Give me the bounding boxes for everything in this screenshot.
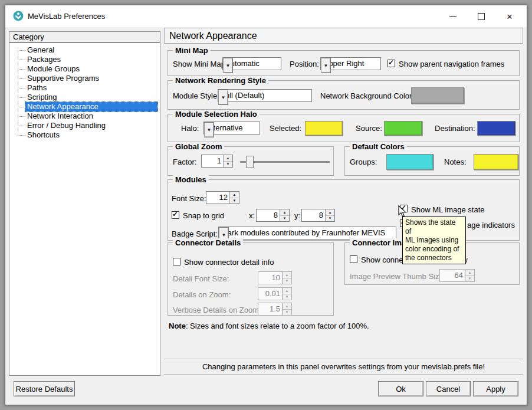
badge-script-select[interactable]: Mark modules contributed by Fraunhofer M…: [218, 227, 396, 240]
parent-navigation-frames-checkbox[interactable]: [387, 60, 395, 67]
notes-color-swatch[interactable]: [474, 154, 518, 170]
spin-down-icon: [283, 310, 291, 316]
sidebar-item-general[interactable]: General: [9, 45, 160, 55]
spin-up-icon: [465, 270, 474, 276]
apply-button[interactable]: Apply: [473, 381, 518, 396]
network-rendering-style-group-title: Network Rendering Style: [173, 76, 268, 85]
sidebar-item-packages[interactable]: Packages: [9, 55, 160, 64]
position-select[interactable]: Upper Right: [320, 57, 381, 70]
titlebar[interactable]: MeVisLab Preferences: [5, 5, 527, 27]
halo-label: Halo:: [181, 124, 199, 133]
groups-color-label: Groups:: [350, 158, 377, 166]
global-zoom-group-title: Global Zoom: [173, 142, 224, 151]
show-connector-detail-info-checkbox[interactable]: [173, 258, 180, 265]
spin-down-icon: [465, 276, 474, 282]
global-zoom-group: Global Zoom Factor: 1: [168, 146, 334, 176]
details-on-zoom-label: Details on Zoom:: [173, 290, 231, 299]
sidebar-item-paths[interactable]: Paths: [9, 83, 160, 93]
sidebar-item-network-appearance[interactable]: Network Appearance: [9, 102, 160, 111]
connector-details-group: Connector Details Show connector detail …: [168, 242, 334, 316]
restore-defaults-button[interactable]: Restore Defaults: [14, 381, 75, 396]
preferences-window: MeVisLab Preferences Category General Pa…: [5, 5, 527, 405]
spin-up-icon[interactable]: [326, 209, 334, 216]
module-style-select[interactable]: Full (Default): [218, 89, 312, 102]
module-style-label: Module Style:: [173, 91, 219, 100]
tooltip: Shows the state of ML images using color…: [402, 217, 466, 264]
sidebar-item-shortcuts[interactable]: Shortcuts: [9, 130, 160, 140]
snap-to-grid-checkbox[interactable]: [172, 211, 179, 219]
font-size-spinbox[interactable]: 12: [206, 191, 239, 204]
sidebar-item-module-groups[interactable]: Module Groups: [9, 64, 160, 74]
source-color-swatch[interactable]: [384, 121, 422, 136]
grid-y-spinbox[interactable]: 8: [301, 209, 335, 222]
sidebar-item-supportive-programs[interactable]: Supportive Programs: [9, 74, 160, 83]
page-title: Network Appearance: [164, 28, 523, 44]
image-indicators-label-fragment: age indicators: [467, 221, 515, 229]
sidebar-item-error-debug-handling[interactable]: Error / Debug Handling: [9, 121, 160, 130]
network-background-color-label: Network Background Color:: [320, 91, 414, 100]
note-text: Note: Sizes and font sizes relate to a z…: [169, 322, 369, 330]
chevron-down-icon[interactable]: [321, 58, 331, 73]
selected-color-label: Selected:: [270, 124, 301, 133]
show-mini-map-select[interactable]: Automatic: [222, 57, 281, 70]
spin-down-icon[interactable]: [230, 198, 239, 204]
show-connector-image-preview-checkbox[interactable]: [350, 255, 357, 263]
connector-details-group-title: Connector Details: [173, 238, 243, 247]
footer-info: Changing parameters in this panel overwr…: [164, 359, 523, 375]
network-background-color-swatch[interactable]: [411, 87, 464, 104]
halo-select[interactable]: Alternative: [203, 122, 260, 135]
spin-down-icon[interactable]: [224, 162, 232, 168]
maximize-icon: [478, 13, 485, 20]
network-rendering-style-group: Network Rendering Style Module Style: Fu…: [168, 80, 520, 110]
spin-up-icon[interactable]: [224, 155, 232, 162]
zoom-factor-slider-handle[interactable]: [246, 156, 254, 168]
category-header: Category: [9, 31, 160, 42]
zoom-factor-spinbox[interactable]: 1: [201, 155, 233, 168]
chevron-down-icon[interactable]: [223, 58, 233, 73]
details-on-zoom-spinbox: 0.01: [258, 287, 292, 300]
snap-to-grid-label: Snap to grid: [183, 211, 224, 220]
close-button[interactable]: [497, 5, 522, 27]
image-preview-thumb-size-spinbox: 64: [439, 269, 475, 282]
minimize-icon: [449, 16, 457, 17]
mouse-cursor-icon: [398, 205, 407, 221]
mini-map-group-title: Mini Map: [173, 46, 211, 55]
category-tree: General Packages Module Groups Supportiv…: [9, 42, 160, 376]
connector-image-group-title: Connector Ima: [350, 238, 408, 247]
verbose-details-on-zoom-spinbox: 1.5: [258, 303, 292, 316]
parent-navigation-frames-label: Show parent navigation frames: [399, 60, 504, 68]
spin-down-icon: [283, 294, 291, 300]
module-selection-halo-group: Module Selection Halo Halo: Alternative …: [168, 114, 520, 142]
module-selection-halo-group-title: Module Selection Halo: [173, 110, 260, 119]
modules-group: Modules Font Size: 12 Snap to grid x: 8 …: [168, 179, 520, 241]
spin-down-icon[interactable]: [326, 216, 334, 222]
close-icon: [507, 11, 513, 22]
sidebar-item-scripting[interactable]: Scripting: [9, 93, 160, 102]
groups-color-swatch[interactable]: [386, 154, 434, 170]
notes-color-label: Notes:: [444, 158, 467, 166]
grid-x-label: x:: [249, 211, 255, 220]
minimize-button[interactable]: [441, 5, 465, 27]
mevislab-logo-icon: [13, 11, 24, 21]
modules-group-title: Modules: [173, 175, 209, 184]
sidebar-item-network-interaction[interactable]: Network Interaction: [9, 111, 160, 121]
spin-up-icon: [283, 303, 291, 310]
spin-up-icon[interactable]: [280, 209, 289, 216]
selected-color-swatch[interactable]: [305, 121, 343, 136]
show-ml-image-state-label: Show ML image state: [411, 205, 485, 214]
grid-x-spinbox[interactable]: 8: [256, 209, 290, 222]
maximize-button[interactable]: [469, 5, 494, 27]
destination-color-swatch[interactable]: [477, 121, 515, 136]
chevron-down-icon[interactable]: [204, 122, 214, 137]
mini-map-group: Mini Map Show Mini Map: Automatic Positi…: [168, 50, 520, 76]
zoom-factor-label: Factor:: [173, 158, 196, 166]
ok-button[interactable]: Ok: [378, 381, 423, 396]
source-color-label: Source:: [356, 124, 382, 133]
chevron-down-icon[interactable]: [218, 90, 228, 105]
spin-up-icon[interactable]: [230, 192, 239, 198]
font-size-label: Font Size:: [172, 194, 206, 203]
spin-down-icon[interactable]: [280, 216, 289, 222]
cancel-button[interactable]: Cancel: [426, 381, 471, 396]
position-label: Position:: [290, 60, 319, 68]
destination-color-label: Destination:: [435, 124, 475, 133]
